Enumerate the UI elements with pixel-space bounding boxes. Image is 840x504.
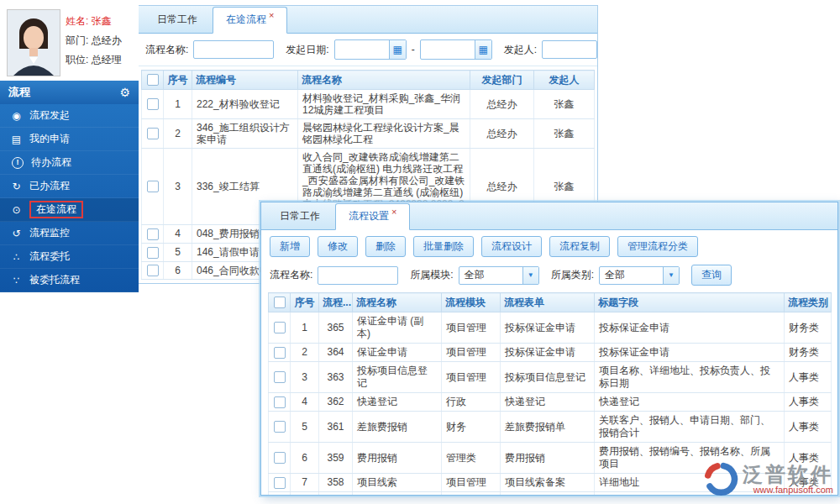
flow-settings-window: 日常工作流程设置× 新增修改删除批量删除流程设计流程复制管理流程分类 流程名称:… [260,202,838,496]
row-checkbox[interactable] [274,371,286,383]
category-select[interactable]: 全部 ▼ [599,266,680,285]
select-all-checkbox[interactable] [274,297,286,308]
gear-icon[interactable]: ⚙ [119,81,130,104]
column-header[interactable]: 流程模块 [442,293,501,312]
row-checkbox[interactable] [147,228,159,240]
sidebar-item-delegated[interactable]: ∵被委托流程 [0,269,139,292]
row-select-cell [269,474,291,492]
network2-icon: ∵ [10,275,23,286]
column-header[interactable]: 标题字段 [595,293,785,312]
row-checkbox[interactable] [274,347,286,359]
flow-name-input[interactable] [193,40,274,59]
row-select-cell [269,393,291,412]
column-header[interactable]: 流程... [319,293,353,312]
table-row[interactable]: 1222_材料验收登记材料验收登记_材料采购_张鑫_华润12城房建工程项目总经办… [142,90,595,119]
cell-person: 张鑫 [534,119,595,149]
initiator-input[interactable] [542,40,597,59]
sidebar-item-label: 流程委托 [29,249,70,264]
cell-form: 费用报销 [501,492,595,496]
row-checkbox[interactable] [274,421,286,433]
cell-name: 费用报销 [353,443,442,474]
column-header[interactable]: 发起部门 [470,71,534,90]
calendar-icon[interactable]: ▦ [475,40,491,59]
sidebar-item-done[interactable]: ↻已办流程 [0,175,139,198]
row-select-cell [269,412,291,443]
column-header[interactable]: 流程表单 [501,293,595,312]
row-checkbox[interactable] [147,98,159,110]
cell-code: 359 [319,443,353,474]
cell-no: 6 [164,261,192,280]
cell-code: 357 [319,492,353,496]
add-button[interactable]: 新增 [270,236,310,257]
cell-no: 4 [164,225,192,244]
table-row[interactable]: 4362快递登记行政快递登记快递登记人事类 [269,393,832,412]
cell-form: 费用报销 [501,443,595,474]
tab-close-icon[interactable]: × [269,10,274,20]
row-checkbox[interactable] [147,181,159,192]
settings-tab-0[interactable]: 日常工作 [266,203,333,229]
cell-no: 1 [291,312,319,344]
row-checkbox[interactable] [147,265,159,276]
flow-copy-button[interactable]: 流程复制 [549,236,610,257]
cell-no: 2 [164,119,192,149]
user-dept: 部门: 总经办 [66,31,139,50]
start-date-input[interactable] [335,42,389,57]
cell-name: 差旅费报销 [353,412,442,443]
cell-code: 358 [319,474,353,492]
batch-delete-button[interactable]: 批量删除 [413,236,474,257]
sidebar-item-delegate[interactable]: ∴流程委托 [0,245,139,269]
table-row[interactable]: 5361差旅费报销财务差旅费报销单关联客户、报销人、申请日期、部门、报销合计人事… [269,412,832,443]
row-select-cell [269,492,291,496]
column-header[interactable]: 流程编号 [192,71,298,90]
flow-design-button[interactable]: 流程设计 [481,236,542,257]
cell-code: 222_材料验收登记 [192,90,298,119]
workflow-tab-0[interactable]: 日常工作 [144,7,211,33]
sidebar-item-start[interactable]: ◉流程发起 [0,104,139,128]
column-header[interactable]: 流程名称 [298,71,470,90]
manage-category-button[interactable]: 管理流程分类 [617,236,698,257]
sidebar-item-in-transit[interactable]: ⊙在途流程 [0,198,139,222]
tab-close-icon[interactable]: × [391,207,396,217]
module-select[interactable]: 全部 ▼ [459,266,539,285]
cell-dept: 总经办 [470,119,534,149]
sidebar-item-monitor[interactable]: ↺流程监控 [0,222,139,245]
cell-form: 投标保证金申请 [501,344,595,362]
user-photo-image [8,10,60,76]
column-header[interactable]: 流程名称 [353,293,442,312]
column-header[interactable]: 序号 [291,293,319,312]
search-button[interactable]: 查询 [691,265,732,286]
row-checkbox[interactable] [147,128,159,139]
sidebar-header: 流程 ⚙ [0,81,139,104]
row-checkbox[interactable] [274,322,286,333]
cell-no: 8 [291,492,319,496]
edit-button[interactable]: 修改 [318,236,358,257]
table-row[interactable]: 1365保证金申请 (副本)项目管理投标保证金申请投标保证金申请财务类 [269,312,832,344]
column-header[interactable]: 序号 [164,71,192,90]
table-row[interactable]: 2346_施工组织设计方案申请晨铭园林绿化工程绿化设计方案_晨铭园林绿化工程总经… [142,119,595,149]
workflow-tab-1[interactable]: 在途流程× [213,7,287,34]
flow-name-input-settings[interactable] [318,266,398,285]
select-all-checkbox[interactable] [147,74,159,86]
cell-no: 1 [164,90,192,119]
row-checkbox[interactable] [274,477,286,489]
delete-button[interactable]: 删除 [365,236,406,257]
row-checkbox[interactable] [147,247,159,259]
table-row[interactable]: 3363投标项目信息登记项目管理投标项目信息登记项目名称、详细地址、投标负责人、… [269,362,832,393]
cell-name: 保证金申请 [353,344,442,362]
settings-tab-1[interactable]: 流程设置× [335,203,410,230]
row-checkbox[interactable] [274,452,286,464]
cell-module: 项目管理 [442,474,501,492]
end-date-input[interactable] [421,42,475,57]
table-row[interactable]: 2364保证金申请项目管理投标保证金申请投标保证金申请财务类 [269,344,832,362]
end-date-field: ▦ [420,39,492,60]
column-header[interactable]: 流程类别 [785,293,832,312]
row-checkbox[interactable] [274,396,286,408]
cell-form: 差旅费报销单 [501,412,595,443]
column-header[interactable]: 发起人 [534,71,595,90]
sidebar-item-my-apply[interactable]: ▤我的申请 [0,128,139,151]
calendar-icon[interactable]: ▦ [389,40,406,59]
sidebar-item-todo[interactable]: !待办流程 [0,151,139,175]
cell-code: 361 [319,412,353,443]
cell-no: 3 [164,149,192,225]
row-select-cell [269,312,291,344]
